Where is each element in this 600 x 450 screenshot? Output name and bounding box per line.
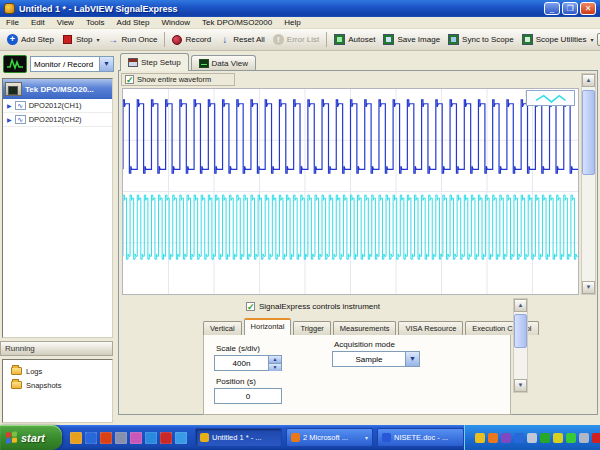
tree-item-ch2[interactable]: ▶ ∿ DPO2012(CH2) bbox=[3, 113, 112, 127]
tree-root-device[interactable]: Tek DPO/MSO20... bbox=[3, 79, 112, 99]
waveform-icon: ∿ bbox=[15, 101, 26, 110]
record-button[interactable]: Record bbox=[168, 34, 215, 46]
scroll-down-icon[interactable]: ▼ bbox=[582, 281, 595, 294]
tray-icon[interactable] bbox=[501, 433, 511, 443]
windows-flag-icon bbox=[6, 431, 17, 443]
legend-entry-ch2: DPO2012(CH2) bbox=[526, 98, 575, 105]
scroll-up-icon[interactable]: ▲ bbox=[514, 299, 527, 312]
scrollbar-track[interactable] bbox=[514, 312, 527, 379]
tray-icon[interactable] bbox=[553, 433, 563, 443]
folder-icon bbox=[11, 367, 22, 375]
tray-icon[interactable] bbox=[592, 433, 600, 443]
tree-root-label: Tek DPO/MSO20... bbox=[25, 85, 94, 94]
scroll-down-icon[interactable]: ▼ bbox=[514, 379, 527, 392]
acquisition-mode-select[interactable]: Sample ▼ bbox=[332, 351, 420, 367]
quick-launch-icon[interactable] bbox=[145, 432, 157, 444]
quick-launch-icon[interactable] bbox=[70, 432, 82, 444]
minimize-button[interactable]: _ bbox=[544, 2, 560, 15]
run-once-button[interactable]: Run Once bbox=[103, 33, 161, 46]
scale-spinner[interactable]: 400n ▲ ▼ bbox=[214, 355, 282, 371]
logs-label: Logs bbox=[26, 367, 42, 376]
tab-vertical[interactable]: Vertical bbox=[203, 321, 242, 335]
quick-launch-icon[interactable] bbox=[175, 432, 187, 444]
spin-up-icon[interactable]: ▲ bbox=[269, 356, 281, 363]
position-input[interactable]: 0 bbox=[214, 388, 282, 404]
task-word-doc[interactable]: NISETE.doc - ... bbox=[377, 428, 464, 447]
tray-icon[interactable] bbox=[514, 433, 524, 443]
main-tabs: Step Setup Data View bbox=[120, 53, 258, 71]
tab-data-view[interactable]: Data View bbox=[191, 55, 256, 71]
library-item-logs[interactable]: Logs bbox=[3, 364, 112, 378]
tray-icon[interactable] bbox=[488, 433, 498, 443]
menu-tek-dpo[interactable]: Tek DPO/MSO2000 bbox=[196, 17, 278, 28]
position-value: 0 bbox=[215, 392, 281, 401]
start-button[interactable]: start bbox=[0, 425, 62, 450]
chevron-down-icon[interactable]: ▼ bbox=[99, 57, 113, 71]
tab-trigger[interactable]: Trigger bbox=[293, 321, 330, 335]
scope-utilities-button[interactable]: Scope Utilities ▾ bbox=[518, 33, 598, 46]
quick-launch-icon[interactable] bbox=[130, 432, 142, 444]
controls-instrument-label: SignalExpress controls instrument bbox=[259, 302, 380, 311]
toolbar-separator bbox=[326, 32, 327, 47]
chevron-down-icon: ▾ bbox=[365, 434, 368, 441]
menu-bar: File Edit View Tools Add Step Window Tek… bbox=[0, 17, 600, 29]
step-setup-icon bbox=[128, 58, 138, 67]
tree-item-ch1[interactable]: ▶ ∿ DPO2012(CH1) bbox=[3, 99, 112, 113]
settings-vertical-scrollbar[interactable]: ▲ ▼ bbox=[513, 298, 528, 393]
save-image-button[interactable]: Save Image bbox=[379, 33, 444, 46]
start-label: start bbox=[21, 432, 45, 444]
tray-icon[interactable] bbox=[475, 433, 485, 443]
menu-help[interactable]: Help bbox=[278, 17, 306, 28]
quick-launch-icon[interactable] bbox=[100, 432, 112, 444]
quick-launch-icon[interactable] bbox=[160, 432, 172, 444]
menu-file[interactable]: File bbox=[0, 17, 25, 28]
toolbar-separator bbox=[164, 32, 165, 47]
tray-icon[interactable] bbox=[579, 433, 589, 443]
tray-icon[interactable] bbox=[540, 433, 550, 443]
spin-down-icon[interactable]: ▼ bbox=[269, 363, 281, 371]
add-step-button[interactable]: Add Step bbox=[3, 33, 58, 46]
controls-instrument-checkbox[interactable] bbox=[246, 302, 255, 311]
run-once-icon bbox=[107, 34, 118, 45]
menu-window[interactable]: Window bbox=[156, 17, 196, 28]
task-signalexpress[interactable]: Untitled 1 * - ... bbox=[195, 428, 282, 447]
record-icon bbox=[172, 35, 182, 45]
tray-icon[interactable] bbox=[566, 433, 576, 443]
tab-visa-resource[interactable]: VISA Resource bbox=[398, 321, 463, 335]
tab-horizontal[interactable]: Horizontal bbox=[244, 318, 292, 335]
stop-button[interactable]: Stop ▾ bbox=[58, 33, 103, 46]
sync-to-scope-button[interactable]: Sync to Scope bbox=[444, 33, 518, 46]
task-icon bbox=[200, 433, 209, 442]
tray-icon[interactable] bbox=[527, 433, 537, 443]
menu-add-step[interactable]: Add Step bbox=[111, 17, 156, 28]
chevron-down-icon[interactable]: ▼ bbox=[405, 352, 419, 366]
quick-launch-icon[interactable] bbox=[115, 432, 127, 444]
menu-tools[interactable]: Tools bbox=[80, 17, 111, 28]
scrollbar-track[interactable] bbox=[582, 87, 595, 281]
scrollbar-thumb[interactable] bbox=[514, 314, 527, 348]
close-button[interactable]: ✕ bbox=[580, 2, 596, 15]
chevron-down-icon[interactable]: ▾ bbox=[96, 36, 99, 43]
menu-edit[interactable]: Edit bbox=[25, 17, 51, 28]
waveform-traces bbox=[123, 89, 578, 294]
chevron-down-icon[interactable]: ▾ bbox=[590, 36, 593, 43]
tab-measurements[interactable]: Measurements bbox=[333, 321, 397, 335]
tab-step-setup[interactable]: Step Setup bbox=[120, 53, 189, 71]
plot-vertical-scrollbar[interactable]: ▲ ▼ bbox=[581, 73, 596, 295]
show-waveform-checkbox[interactable] bbox=[125, 75, 134, 84]
task-microsoft-group[interactable]: 2 Microsoft ... ▾ bbox=[286, 428, 373, 447]
plot-legend: DPO2012(CH1) DPO2012(CH2) bbox=[526, 90, 575, 106]
library-item-snapshots[interactable]: Snapshots bbox=[3, 378, 112, 392]
scrollbar-thumb[interactable] bbox=[582, 90, 595, 175]
quick-launch-icon[interactable] bbox=[85, 432, 97, 444]
mode-select[interactable]: Monitor / Record ▼ bbox=[30, 56, 114, 72]
restore-button[interactable]: ❐ bbox=[562, 2, 578, 15]
scroll-up-icon[interactable]: ▲ bbox=[582, 74, 595, 87]
menu-view[interactable]: View bbox=[51, 17, 80, 28]
sync-to-scope-label: Sync to Scope bbox=[462, 35, 514, 44]
waveform-graph[interactable]: DPO2012(CH1) DPO2012(CH2) bbox=[122, 88, 579, 295]
position-label: Position (s) bbox=[216, 377, 256, 386]
reset-all-button[interactable]: Reset All bbox=[215, 33, 269, 46]
autoset-button[interactable]: Autoset bbox=[330, 33, 379, 46]
tab-data-view-label: Data View bbox=[212, 59, 248, 68]
